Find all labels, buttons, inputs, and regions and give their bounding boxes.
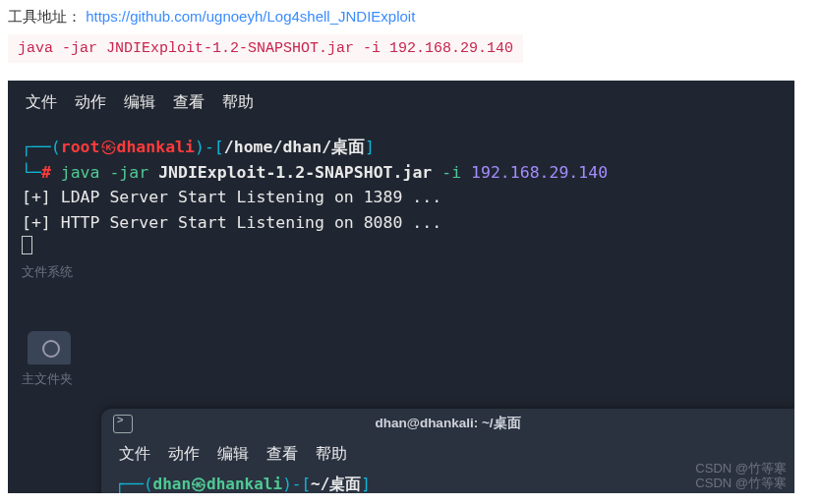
watermark-line2: CSDN @竹等寒 xyxy=(695,476,787,491)
home-folder-icon[interactable] xyxy=(28,331,71,364)
tool-address-link[interactable]: https://github.com/ugnoeyh/Log4shell_JND… xyxy=(86,8,415,25)
watermark: CSDN @竹等寒 CSDN @竹等寒 xyxy=(695,461,787,491)
output-line-0: [+] LDAP Server Start Listening on 1389 … xyxy=(22,188,441,206)
prompt2-mid: )-[ xyxy=(282,475,311,493)
cmd-iflag: -i xyxy=(441,163,461,182)
command-code-block: java -jar JNDIExploit-1.2-SNAPSHOT.jar -… xyxy=(8,34,523,63)
terminal-icon xyxy=(113,415,133,433)
cmd-ip: 192.168.29.140 xyxy=(471,163,608,182)
menu-help[interactable]: 帮助 xyxy=(222,92,254,113)
desktop-label-mainfolder[interactable]: 主文件夹 xyxy=(22,370,73,388)
terminal2-titlebar: dhan@dhankali: ~/桌面 xyxy=(101,409,794,438)
desktop-label-filesystem[interactable]: 文件系统 xyxy=(22,263,73,281)
prompt2-open: ┌──( xyxy=(115,475,153,493)
watermark-line1: CSDN @竹等寒 xyxy=(695,461,787,476)
prompt-line2-lead: └─ xyxy=(22,163,41,182)
prompt-path: /home/dhan/桌面 xyxy=(224,138,365,156)
menu2-help[interactable]: 帮助 xyxy=(316,444,347,465)
prompt2-user: dhan xyxy=(153,475,192,493)
prompt-close: ] xyxy=(365,138,375,156)
tool-address-label: 工具地址： xyxy=(8,8,82,25)
prompt-open: ┌──( xyxy=(22,138,61,156)
tool-address-line: 工具地址： https://github.com/ugnoeyh/Log4she… xyxy=(8,8,813,27)
terminal2-title-text: dhan@dhankali: ~/桌面 xyxy=(375,415,520,432)
menu-view[interactable]: 查看 xyxy=(173,92,205,113)
terminal2-window: dhan@dhankali: ~/桌面 文件 动作 编辑 查看 帮助 ┌──(d… xyxy=(101,409,794,493)
prompt2-close: ] xyxy=(361,475,371,493)
cmd-jarflag: -jar xyxy=(109,163,148,182)
prompt2-symbol: ㉿ xyxy=(191,475,206,493)
terminal2-body: ┌──(dhan㉿dhankali)-[~/桌面] xyxy=(101,471,794,493)
terminal1-body: ┌──(root㉿dhankali)-[/home/dhan/桌面] └─# j… xyxy=(8,125,794,270)
terminal-screenshot: 文件 动作 编辑 查看 帮助 ┌──(root㉿dhankali)-[/home… xyxy=(8,81,794,493)
prompt2-host: dhankali xyxy=(206,475,282,493)
cmd-jarfile: JNDIExploit-1.2-SNAPSHOT.jar xyxy=(158,163,432,182)
terminal2-menu-bar: 文件 动作 编辑 查看 帮助 xyxy=(101,438,794,471)
cmd-java: java xyxy=(61,163,100,182)
menu2-view[interactable]: 查看 xyxy=(266,444,298,465)
menu2-action[interactable]: 动作 xyxy=(168,444,200,465)
menu2-file[interactable]: 文件 xyxy=(119,444,150,465)
terminal1-menu-bar: 文件 动作 编辑 查看 帮助 xyxy=(8,81,794,125)
prompt-symbol: ㉿ xyxy=(100,138,117,156)
menu-file[interactable]: 文件 xyxy=(26,92,57,113)
prompt2-path: ~/桌面 xyxy=(311,475,361,493)
prompt-host: dhankali xyxy=(117,138,195,156)
prompt-hash: # xyxy=(41,163,51,182)
output-line-1: [+] HTTP Server Start Listening on 8080 … xyxy=(22,213,441,232)
terminal-cursor xyxy=(22,236,32,254)
prompt-user: root xyxy=(61,138,100,156)
prompt-mid: )-[ xyxy=(195,138,224,156)
menu2-edit[interactable]: 编辑 xyxy=(217,444,249,465)
menu-edit[interactable]: 编辑 xyxy=(124,92,155,113)
menu-action[interactable]: 动作 xyxy=(75,92,106,113)
